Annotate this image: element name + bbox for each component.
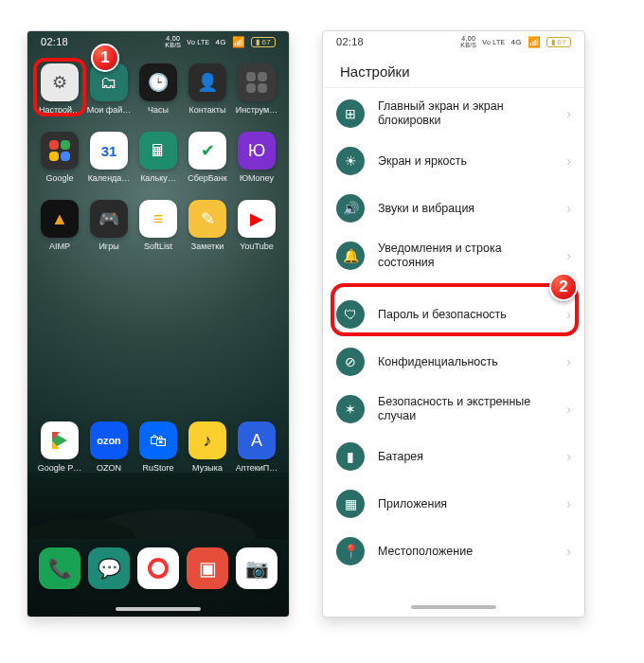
shield-icon: 🛡 — [336, 300, 365, 329]
app-sberbank[interactable]: ✔СберБанк — [183, 128, 232, 194]
chevron-right-icon: › — [566, 544, 571, 559]
folder-icon: 🗂 — [90, 63, 128, 101]
dock: 📞 💬 ▣ 📷 — [27, 539, 289, 603]
item-home-lock[interactable]: ⊞ Главный экран и экран блокировки › — [323, 90, 584, 137]
tools-folder-icon — [238, 63, 276, 101]
chevron-right-icon: › — [566, 402, 571, 417]
calendar-icon: 31 — [90, 132, 128, 170]
dock-gallery[interactable]: ▣ — [187, 547, 228, 589]
location-icon: 📍 — [336, 537, 365, 565]
item-emergency[interactable]: ✶ Безопасность и экстренные случаи › — [323, 385, 584, 433]
status-time: 02:18 — [41, 36, 68, 47]
app-tools-folder[interactable]: Инструм… — [232, 60, 281, 126]
app-settings[interactable]: ⚙Настрой… — [35, 60, 84, 126]
ozon-icon: ozon — [90, 421, 128, 459]
item-apps[interactable]: ▦ Приложения › — [323, 480, 584, 528]
chevron-right-icon: › — [566, 201, 571, 216]
dock-messages[interactable]: 💬 — [88, 547, 130, 589]
app-aimp[interactable]: ▲AIMP — [35, 196, 84, 262]
status-sim: 4G — [511, 38, 522, 46]
app-play-store[interactable]: Google P… — [35, 418, 84, 473]
battery-item-icon: ▮ — [336, 442, 365, 471]
status-sim: 4G — [216, 38, 226, 46]
music-icon: ♪ — [188, 421, 226, 459]
status-bar: 02:18 4,00KB/S Vo LTE 4G 📶 ▮67 — [27, 31, 289, 52]
app-clock[interactable]: 🕒Часы — [134, 60, 183, 126]
gear-icon: ⚙ — [41, 63, 79, 101]
app-rustore[interactable]: 🛍RuStore — [134, 418, 183, 473]
brightness-icon: ☀ — [336, 147, 365, 175]
yandex-icon — [148, 558, 169, 579]
app-notes[interactable]: ✎Заметки — [183, 196, 232, 262]
emergency-icon: ✶ — [336, 395, 365, 423]
home-lock-icon: ⊞ — [336, 99, 365, 128]
dock-camera[interactable]: 📷 — [236, 547, 277, 589]
page-title: Настройки — [323, 52, 584, 87]
app-games-folder[interactable]: 🎮Игры — [84, 196, 134, 262]
app-ozon[interactable]: ozonOZON — [84, 418, 134, 473]
chevron-right-icon: › — [566, 248, 571, 263]
youtube-icon: ▶ — [238, 200, 276, 238]
item-security[interactable]: 🛡 Пароль и безопасность › — [323, 291, 584, 338]
app-softlist[interactable]: ≡SoftList — [134, 196, 183, 262]
chevron-right-icon: › — [566, 496, 571, 511]
sber-icon: ✔ — [188, 132, 226, 170]
status-bar: 02:18 4,00KB/S Vo LTE 4G 📶 ▮67 — [323, 31, 584, 52]
wallpaper — [27, 473, 289, 539]
softlist-icon: ≡ — [139, 200, 177, 238]
person-icon: 👤 — [188, 63, 226, 101]
chat-icon: 💬 — [98, 557, 121, 580]
settings-list[interactable]: ⊞ Главный экран и экран блокировки › ☀ Э… — [323, 90, 584, 575]
divider — [323, 87, 584, 88]
aimp-icon: ▲ — [41, 200, 79, 238]
gesture-bar[interactable] — [27, 603, 289, 617]
item-privacy[interactable]: ⊘ Конфиденциальность › — [323, 338, 584, 385]
status-net: 4,00KB/S — [165, 35, 181, 48]
signal-icon: 📶 — [232, 36, 245, 48]
rustore-icon: 🛍 — [139, 421, 177, 459]
phone-settings-screen: 02:18 4,00KB/S Vo LTE 4G 📶 ▮67 Настройки… — [322, 30, 585, 618]
status-net: 4,00KB/S — [460, 35, 476, 48]
signal-icon: 📶 — [528, 36, 541, 48]
app-calculator[interactable]: 🖩Кальку… — [134, 128, 183, 194]
gesture-bar[interactable] — [323, 601, 584, 615]
dock-yandex[interactable] — [137, 547, 179, 589]
google-folder-icon — [41, 132, 79, 170]
calculator-icon: 🖩 — [139, 132, 177, 170]
status-volte: Vo LTE — [482, 39, 505, 45]
status-time: 02:18 — [336, 36, 364, 47]
umoney-icon: Ю — [238, 132, 276, 170]
app-umoney[interactable]: ЮЮMoney — [232, 128, 281, 194]
sound-icon: 🔊 — [336, 194, 365, 223]
chevron-right-icon: › — [566, 153, 571, 169]
notification-icon: 🔔 — [336, 242, 365, 270]
item-battery[interactable]: ▮ Батарея › — [323, 433, 584, 480]
play-store-icon — [41, 421, 79, 459]
privacy-icon: ⊘ — [336, 348, 365, 376]
games-folder-icon: 🎮 — [90, 200, 128, 238]
app-google-folder[interactable]: Google — [35, 128, 84, 194]
chevron-right-icon: › — [566, 354, 571, 369]
item-location[interactable]: 📍 Местоположение › — [323, 528, 584, 575]
status-volte: Vo LTE — [187, 39, 209, 45]
apps-icon: ▦ — [336, 490, 365, 518]
app-youtube[interactable]: ▶YouTube — [232, 196, 281, 262]
dock-phone[interactable]: 📞 — [39, 547, 80, 589]
app-grid: ⚙Настрой… 🗂Мои фай… 🕒Часы 👤Контакты Инст… — [27, 52, 289, 418]
app-apteki[interactable]: ААптекиП… — [232, 418, 281, 473]
app-calendar[interactable]: 31Календа… — [84, 128, 134, 194]
apteki-icon: А — [238, 421, 276, 459]
item-display[interactable]: ☀ Экран и яркость › — [323, 137, 584, 185]
chevron-right-icon: › — [566, 307, 571, 322]
clock-icon: 🕒 — [139, 63, 177, 101]
app-music[interactable]: ♪Музыка — [183, 418, 232, 473]
item-sound[interactable]: 🔊 Звуки и вибрация › — [323, 185, 584, 232]
chevron-right-icon: › — [566, 449, 571, 464]
app-contacts[interactable]: 👤Контакты — [183, 60, 232, 126]
gallery-icon: ▣ — [199, 557, 217, 580]
app-my-files[interactable]: 🗂Мои фай… — [84, 60, 134, 126]
battery-icon: ▮67 — [546, 37, 571, 47]
item-notifications[interactable]: 🔔 Уведомления и строка состояния › — [323, 232, 584, 279]
notes-icon: ✎ — [188, 200, 226, 238]
phone-home-screen: 02:18 4,00KB/S Vo LTE 4G 📶 ▮67 ⚙Настрой…… — [27, 30, 290, 618]
